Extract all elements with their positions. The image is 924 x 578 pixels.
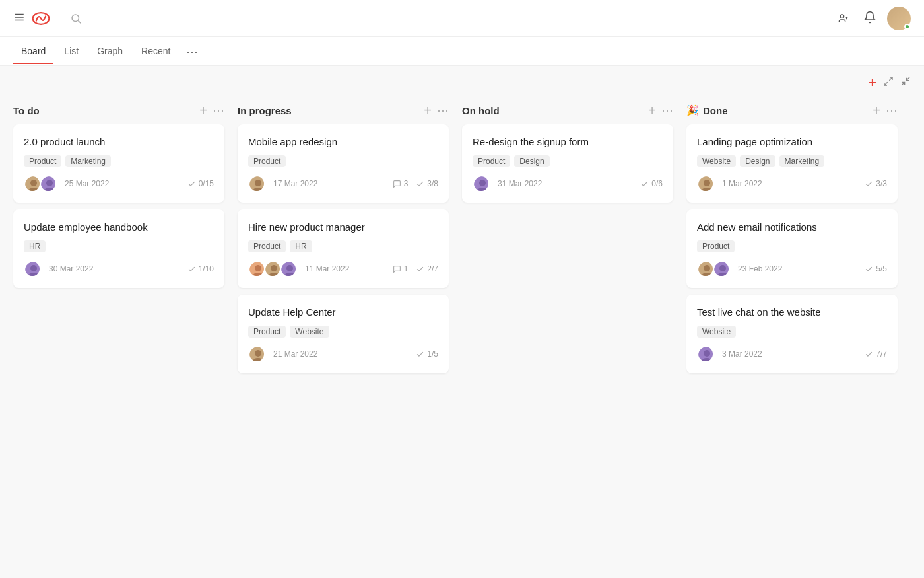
add-card-button[interactable]: + bbox=[199, 104, 207, 117]
column-title-text: To do bbox=[13, 105, 40, 116]
svg-line-5 bbox=[78, 20, 81, 23]
column-title-onhold: On hold bbox=[462, 105, 500, 116]
card-left: 30 Mar 2022 bbox=[24, 260, 93, 277]
column-done: 🎉 Done + ⋯ Landing page optimization Web… bbox=[680, 96, 904, 380]
svg-point-35 bbox=[255, 350, 261, 357]
column-menu-button[interactable]: ⋯ bbox=[661, 103, 673, 118]
card-avatar bbox=[24, 260, 41, 277]
expand-button[interactable] bbox=[883, 76, 894, 90]
card-footer: 25 Mar 2022 0/15 bbox=[24, 175, 214, 192]
card-c4[interactable]: Hire new product manager ProductHR 11 Ma… bbox=[238, 209, 449, 288]
add-column-button[interactable]: + bbox=[868, 74, 876, 91]
column-title-text: On hold bbox=[462, 105, 500, 116]
tab-list[interactable]: List bbox=[56, 39, 86, 64]
card-title: Hire new product manager bbox=[248, 220, 438, 234]
card-avatar bbox=[697, 175, 714, 192]
card-date: 3 Mar 2022 bbox=[722, 349, 762, 359]
check-count: 0/6 bbox=[640, 179, 663, 188]
column-menu-button[interactable]: ⋯ bbox=[886, 103, 898, 118]
card-left: 23 Feb 2022 bbox=[697, 260, 782, 277]
tag: Design bbox=[514, 155, 549, 167]
card-left: 1 Mar 2022 bbox=[697, 175, 762, 192]
card-tags: ProductMarketing bbox=[24, 155, 214, 167]
card-c9[interactable]: Test live chat on the website Website 3 … bbox=[686, 295, 898, 373]
comment-count: 1 bbox=[393, 264, 409, 273]
card-date: 17 Mar 2022 bbox=[273, 179, 317, 188]
column-menu-button[interactable]: ⋯ bbox=[213, 103, 224, 118]
add-card-button[interactable]: + bbox=[424, 104, 432, 117]
card-footer: 23 Feb 2022 5/5 bbox=[697, 260, 887, 277]
tag: Product bbox=[24, 155, 61, 167]
card-c8[interactable]: Add new email notifications Product 23 F… bbox=[686, 209, 898, 288]
svg-point-50 bbox=[704, 350, 710, 357]
card-date: 30 Mar 2022 bbox=[49, 264, 93, 273]
svg-point-6 bbox=[840, 15, 843, 18]
column-inprogress: In progress + ⋯ Mobile app redesign Prod… bbox=[231, 96, 455, 380]
card-tags: HR bbox=[24, 240, 214, 252]
svg-point-17 bbox=[46, 180, 53, 186]
card-date: 1 Mar 2022 bbox=[722, 179, 762, 188]
column-title-todo: To do bbox=[13, 105, 40, 116]
card-c6[interactable]: Re-design the signup form ProductDesign … bbox=[462, 124, 673, 203]
card-date: 25 Mar 2022 bbox=[65, 179, 109, 188]
svg-point-29 bbox=[271, 265, 277, 271]
tag: Website bbox=[697, 155, 736, 167]
svg-point-4 bbox=[72, 15, 79, 22]
card-footer: 1 Mar 2022 3/3 bbox=[697, 175, 887, 192]
tab-recent[interactable]: Recent bbox=[133, 39, 178, 64]
invite-people-button[interactable] bbox=[838, 13, 853, 24]
card-c2[interactable]: Update employee handbook HR 30 Mar 2022 … bbox=[13, 209, 224, 288]
card-avatar bbox=[280, 260, 297, 277]
hamburger-button[interactable] bbox=[13, 11, 25, 26]
tab-board[interactable]: Board bbox=[13, 39, 53, 64]
add-card-button[interactable]: + bbox=[648, 104, 656, 117]
tag: Product bbox=[473, 155, 510, 167]
column-actions-done: + ⋯ bbox=[873, 103, 898, 118]
card-meta: 5/5 bbox=[865, 264, 887, 273]
card-c3[interactable]: Mobile app redesign Product 17 Mar 2022 … bbox=[238, 124, 449, 203]
card-c1[interactable]: 2.0 product launch ProductMarketing 25 M… bbox=[13, 124, 224, 203]
card-title: Landing page optimization bbox=[697, 135, 887, 149]
search-bar[interactable] bbox=[70, 13, 838, 24]
logo[interactable] bbox=[30, 8, 57, 29]
nav-tabs: Board List Graph Recent ⋯ bbox=[0, 37, 924, 66]
column-menu-button[interactable]: ⋯ bbox=[437, 103, 449, 118]
notification-button[interactable] bbox=[863, 11, 876, 26]
add-card-button[interactable]: + bbox=[873, 104, 880, 117]
card-avatar bbox=[473, 175, 490, 192]
collapse-button[interactable] bbox=[900, 76, 911, 90]
card-c7[interactable]: Landing page optimization WebsiteDesignM… bbox=[686, 124, 898, 203]
card-avatar bbox=[264, 260, 281, 277]
card-footer: 30 Mar 2022 1/10 bbox=[24, 260, 214, 277]
column-onhold: On hold + ⋯ Re-design the signup form Pr… bbox=[455, 96, 680, 380]
svg-point-20 bbox=[30, 265, 37, 271]
check-count: 3/3 bbox=[865, 179, 887, 188]
card-left: 11 Mar 2022 bbox=[248, 260, 349, 277]
card-c5[interactable]: Update Help Center ProductWebsite 21 Mar… bbox=[238, 295, 449, 373]
check-count: 0/15 bbox=[187, 179, 214, 188]
user-avatar[interactable] bbox=[887, 7, 911, 30]
card-avatar bbox=[697, 260, 714, 277]
tag: HR bbox=[290, 240, 312, 252]
board-columns: To do + ⋯ 2.0 product launch ProductMark… bbox=[0, 96, 924, 380]
nav-more-button[interactable]: ⋯ bbox=[181, 39, 203, 64]
card-avatars bbox=[248, 345, 268, 363]
svg-line-12 bbox=[906, 77, 909, 81]
card-tags: Website bbox=[697, 326, 887, 338]
card-avatars bbox=[24, 260, 44, 277]
svg-line-11 bbox=[902, 82, 905, 85]
tab-graph[interactable]: Graph bbox=[89, 39, 131, 64]
card-footer: 11 Mar 2022 1 2/7 bbox=[248, 260, 438, 277]
card-avatars bbox=[248, 175, 268, 192]
column-emoji: 🎉 bbox=[686, 104, 699, 116]
card-avatars bbox=[697, 175, 717, 192]
card-title: Update Help Center bbox=[248, 305, 438, 319]
card-meta: 3 3/8 bbox=[393, 179, 438, 188]
tag: Design bbox=[740, 155, 775, 167]
card-footer: 31 Mar 2022 0/6 bbox=[473, 175, 663, 192]
column-title-text: In progress bbox=[238, 105, 292, 116]
card-meta: 0/6 bbox=[640, 179, 663, 188]
card-avatars bbox=[473, 175, 492, 192]
svg-line-9 bbox=[889, 77, 892, 81]
card-meta: 3/3 bbox=[865, 179, 887, 188]
